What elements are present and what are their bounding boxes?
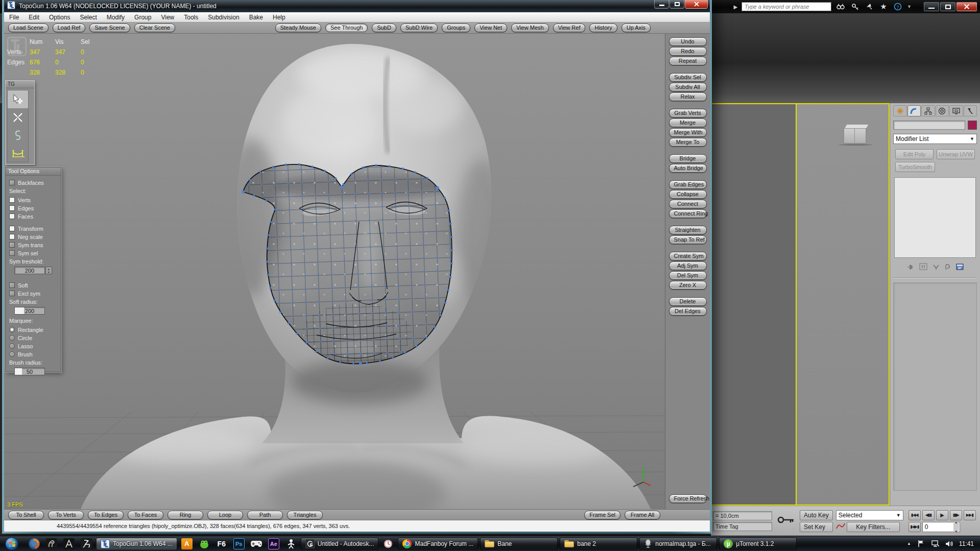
marquee-brush-radio[interactable] bbox=[9, 351, 15, 357]
menu-file[interactable]: File bbox=[9, 14, 19, 21]
object-name-field[interactable] bbox=[893, 121, 965, 130]
max-viewport-left[interactable] bbox=[712, 104, 796, 505]
make-unique-icon[interactable] bbox=[933, 263, 940, 272]
go-to-start-button[interactable]: ▮◀◀ bbox=[909, 510, 921, 520]
current-frame-spinner[interactable]: 0▲▼ bbox=[922, 522, 960, 532]
subdiv-all-button[interactable]: Subdiv All bbox=[669, 83, 707, 91]
history-button[interactable]: History bbox=[589, 23, 617, 32]
zero-x-button[interactable]: Zero X bbox=[669, 281, 707, 290]
taskbar-3dsmax[interactable]: Untitled - Autodesk... bbox=[301, 538, 379, 550]
backfaces-checkbox[interactable] bbox=[9, 180, 15, 185]
path-button[interactable]: Path bbox=[247, 511, 283, 519]
delete-button[interactable]: Delete bbox=[669, 297, 707, 306]
minimize-button[interactable] bbox=[654, 0, 669, 9]
max-close-button[interactable] bbox=[957, 2, 977, 11]
palette-title[interactable]: TG bbox=[6, 81, 34, 88]
volume-icon[interactable] bbox=[945, 540, 954, 548]
viewport-canvas[interactable]: Num Vis Sel Verts 347 347 0 Edges 676 0 … bbox=[4, 34, 665, 509]
remove-modifier-icon[interactable] bbox=[945, 263, 951, 272]
move-tool-icon[interactable] bbox=[8, 90, 28, 108]
create-sym-button[interactable]: Create Sym bbox=[669, 252, 707, 260]
clock-app-icon[interactable] bbox=[380, 537, 396, 550]
go-to-end-button[interactable]: ▶▶▮ bbox=[964, 510, 976, 520]
creature-app-icon[interactable] bbox=[197, 537, 212, 550]
soft-checkbox[interactable] bbox=[9, 282, 15, 288]
help-dropdown-icon[interactable]: ▼ bbox=[907, 4, 912, 9]
menu-tools[interactable]: Tools bbox=[184, 14, 198, 21]
crate-object[interactable] bbox=[844, 125, 869, 145]
max-viewport-perspective[interactable] bbox=[797, 104, 889, 505]
select-verts-checkbox[interactable] bbox=[9, 197, 15, 203]
subd-wire-button[interactable]: SubD Wire bbox=[400, 23, 438, 32]
sym-sel-checkbox[interactable] bbox=[9, 250, 15, 256]
taskbar-chrome[interactable]: MadFanboy Forum ... bbox=[398, 538, 478, 550]
brush-radius-field[interactable]: 50 bbox=[14, 368, 45, 375]
to-shell-button[interactable]: To Shell bbox=[8, 511, 44, 519]
grab-verts-button[interactable]: Grab Verts bbox=[669, 109, 707, 117]
unwrap-uvw-button[interactable]: Unwrap UVW bbox=[937, 149, 975, 159]
view-net-button[interactable]: View Net bbox=[474, 23, 507, 32]
del-edges-button[interactable]: Del Edges bbox=[669, 307, 707, 316]
edge-tool-icon[interactable] bbox=[8, 108, 28, 126]
see-through-button[interactable]: See Through bbox=[325, 23, 368, 32]
binoculars-icon[interactable] bbox=[835, 2, 846, 11]
figure-app-icon[interactable] bbox=[283, 537, 299, 550]
set-key-button[interactable]: Set Key bbox=[800, 522, 833, 532]
up-axis-button[interactable]: Up Axis bbox=[622, 23, 651, 32]
save-scene-button[interactable]: Save Scene bbox=[89, 23, 130, 32]
max-minimize-button[interactable] bbox=[924, 2, 939, 11]
tray-expand-icon[interactable]: ▲ bbox=[907, 541, 911, 546]
tab-display[interactable] bbox=[949, 105, 963, 116]
key-lock-icon[interactable] bbox=[777, 515, 795, 526]
sketch-app-icon[interactable] bbox=[44, 537, 59, 550]
marquee-lasso-radio[interactable] bbox=[9, 343, 15, 349]
start-button[interactable] bbox=[5, 537, 18, 550]
del-sym-button[interactable]: Del Sym bbox=[669, 271, 707, 280]
sym-threshold-field[interactable]: 200▲▼ bbox=[14, 267, 45, 274]
tab-hierarchy[interactable] bbox=[921, 105, 935, 116]
bridge-tool-icon[interactable] bbox=[8, 144, 28, 162]
zbrush-icon[interactable] bbox=[79, 537, 94, 550]
menu-options[interactable]: Options bbox=[49, 14, 70, 21]
loop-button[interactable]: Loop bbox=[207, 511, 243, 519]
ring-button[interactable]: Ring bbox=[168, 511, 203, 519]
max-search-input[interactable] bbox=[742, 2, 831, 11]
graphics-app-icon[interactable] bbox=[61, 537, 77, 550]
f6-app-icon[interactable]: F6 bbox=[214, 537, 229, 550]
taskbar-folder-bane[interactable]: Bane bbox=[480, 538, 558, 550]
acrobat-icon[interactable]: A bbox=[179, 537, 195, 550]
repeat-button[interactable]: Repeat bbox=[669, 57, 707, 65]
connect-button[interactable]: Connect bbox=[669, 200, 707, 208]
load-scene-button[interactable]: Load Scene bbox=[8, 23, 49, 32]
time-tag-field[interactable]: Time Tag bbox=[713, 522, 772, 531]
tab-modify[interactable] bbox=[907, 105, 921, 116]
tool-options-title[interactable]: Tool Options bbox=[6, 167, 61, 176]
menu-group[interactable]: Group bbox=[134, 14, 151, 21]
frame-sel-button[interactable]: Frame Sel bbox=[584, 511, 620, 519]
tab-utilities[interactable] bbox=[964, 105, 977, 116]
frame-all-button[interactable]: Frame All bbox=[625, 511, 660, 519]
help-icon[interactable]: ? bbox=[893, 2, 903, 11]
maximize-button[interactable] bbox=[670, 0, 684, 9]
merge-button[interactable]: Merge bbox=[669, 118, 707, 127]
load-ref-button[interactable]: Load Ref bbox=[53, 23, 86, 32]
groups-button[interactable]: Groups bbox=[442, 23, 470, 32]
taskbar-folder-bane2[interactable]: bane 2 bbox=[560, 538, 637, 550]
steady-mouse-button[interactable]: Steady Mouse bbox=[275, 23, 321, 32]
taskbar-topogun[interactable]: TopoGun 1.06 W64 ... bbox=[96, 538, 177, 550]
action-center-flag-icon[interactable] bbox=[916, 540, 925, 548]
menu-select[interactable]: Select bbox=[80, 14, 97, 21]
merge-with-button[interactable]: Merge With bbox=[669, 128, 707, 137]
default-in-out-tangent-icon[interactable] bbox=[836, 522, 845, 532]
object-color-swatch[interactable] bbox=[968, 121, 977, 130]
modifier-list-dropdown[interactable]: Modifier List▼ bbox=[893, 134, 977, 144]
select-faces-checkbox[interactable] bbox=[9, 213, 15, 219]
taskbar-clock[interactable]: 11:41 bbox=[959, 540, 974, 547]
redo-button[interactable]: Redo bbox=[669, 47, 707, 56]
auto-key-button[interactable]: Auto Key bbox=[800, 510, 833, 520]
subdiv-sel-button[interactable]: Subdiv Sel bbox=[669, 73, 707, 82]
to-verts-button[interactable]: To Verts bbox=[48, 511, 84, 519]
grab-edges-button[interactable]: Grab Edges bbox=[669, 180, 707, 189]
view-ref-button[interactable]: View Ref bbox=[553, 23, 586, 32]
photoshop-icon[interactable]: Ps bbox=[231, 537, 247, 550]
